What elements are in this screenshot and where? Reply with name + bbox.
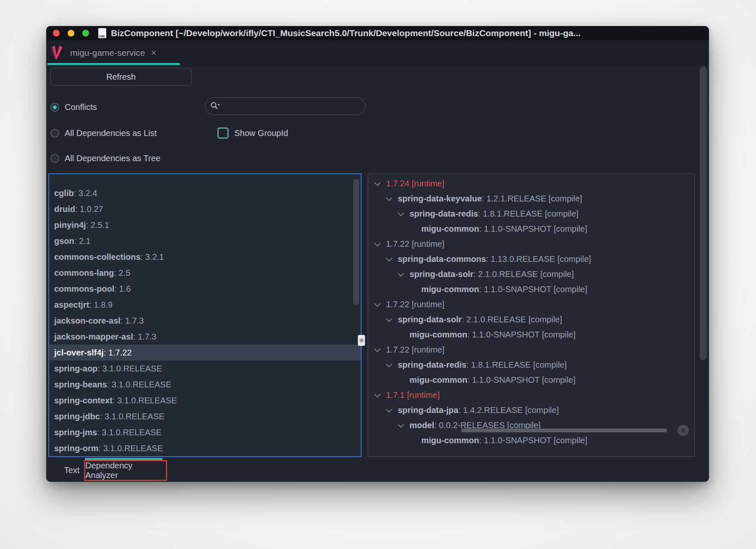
tree-version-node[interactable]: 1.7.22 [runtime] xyxy=(368,236,694,251)
tree-node[interactable]: migu-common : 1.1.0-SNAPSHOT [compile] xyxy=(368,372,694,387)
chevron-down-icon[interactable] xyxy=(375,243,386,246)
radio-tree-label: All Dependencies as Tree xyxy=(65,154,160,163)
tree-node[interactable]: migu-common : 1.1.0-SNAPSHOT [compile] xyxy=(368,433,694,448)
tree-node[interactable]: spring-data-solr : 2.1.0.RELEASE [compil… xyxy=(368,267,694,282)
maven-v-logo-icon xyxy=(50,45,63,60)
zoom-window-button[interactable] xyxy=(82,30,89,37)
refresh-button[interactable]: Refresh xyxy=(50,68,192,86)
show-groupid-label: Show GroupId xyxy=(234,128,288,138)
annotation-rectangle: Dependency Analyzer xyxy=(84,460,167,481)
app-window: XML BizComponent [~/Develop/work/ifly/CT… xyxy=(46,26,709,482)
close-tab-icon[interactable]: × xyxy=(151,49,157,57)
splitter-grip-icon xyxy=(360,338,364,342)
radio-all-dependencies-as-list[interactable]: All Dependencies as List xyxy=(50,128,157,139)
chevron-down-icon[interactable] xyxy=(387,197,398,200)
list-item[interactable]: druid : 1.0.27 xyxy=(49,201,361,217)
tree-version-node[interactable]: 1.7.1 [runtime] xyxy=(368,387,694,403)
list-item[interactable]: aspectjrt : 1.8.9 xyxy=(49,297,361,313)
list-item[interactable]: pinyin4j : 2.5.1 xyxy=(49,217,361,233)
tree-node[interactable]: migu-common : 1.1.0-SNAPSHOT [compile] xyxy=(368,327,694,342)
chevron-down-icon[interactable] xyxy=(399,424,410,427)
search-icon[interactable] xyxy=(210,101,221,111)
dependency-list-panel: cglib : 3.2.4druid : 1.0.27pinyin4j : 2.… xyxy=(48,173,362,457)
radio-conflicts-label: Conflicts xyxy=(65,102,97,112)
tree-node[interactable]: spring-data-jpa : 1.4.2.RELEASE [compile… xyxy=(368,403,694,418)
radio-all-dependencies-as-tree[interactable]: All Dependencies as Tree xyxy=(50,153,160,164)
close-window-button[interactable] xyxy=(53,30,60,37)
chevron-down-icon[interactable] xyxy=(375,182,386,185)
list-item[interactable]: commons-collections : 3.2.1 xyxy=(49,249,361,265)
tab-migu-game-service[interactable]: migu-game-service xyxy=(70,48,145,58)
tab-bar: migu-game-service × xyxy=(46,40,709,65)
list-item[interactable]: gson : 2.1 xyxy=(49,233,361,249)
traffic-lights xyxy=(53,30,89,37)
tree-version-node[interactable]: 1.7.22 [runtime] xyxy=(368,297,694,312)
list-item[interactable]: spring-jms : 3.1.0.RELEASE xyxy=(49,424,361,440)
radio-conflicts[interactable]: Conflicts xyxy=(50,102,97,112)
list-item[interactable]: jackson-core-asl : 1.7.3 xyxy=(49,313,361,329)
tab-dependency-analyzer[interactable]: Dependency Analyzer xyxy=(85,461,166,480)
chevron-down-icon[interactable] xyxy=(387,363,398,366)
radio-selected-icon[interactable] xyxy=(50,103,59,112)
list-item[interactable]: commons-pool : 1.6 xyxy=(49,281,361,297)
list-scrollbar-thumb[interactable] xyxy=(353,179,359,305)
tree-horizontal-scrollbar-thumb[interactable] xyxy=(461,429,667,432)
xml-file-icon-label: XML xyxy=(99,34,106,38)
chevron-down-icon[interactable] xyxy=(399,212,410,215)
chevron-down-icon[interactable] xyxy=(375,394,386,397)
list-item[interactable]: spring-orm : 3.1.0.RELEASE xyxy=(49,440,361,456)
tree-node[interactable]: spring-data-redis : 1.8.1.RELEASE [compi… xyxy=(368,206,694,221)
tree-node[interactable]: migu-common : 1.1.0-SNAPSHOT [compile] xyxy=(368,221,694,236)
window-scrollbar-thumb[interactable] xyxy=(700,66,707,360)
list-item[interactable]: spring-context : 3.1.0.RELEASE xyxy=(49,392,361,408)
radio-unselected-icon[interactable] xyxy=(50,129,59,138)
tree-version-node[interactable]: 1.7.24 [runtime] xyxy=(368,176,694,191)
chevron-down-icon[interactable] xyxy=(399,273,410,276)
tab-text[interactable]: Text xyxy=(58,463,86,478)
search-input[interactable] xyxy=(221,98,365,115)
chevron-down-icon[interactable] xyxy=(387,409,398,412)
chevron-down-icon[interactable] xyxy=(375,303,386,306)
splitter-handle[interactable] xyxy=(358,335,365,346)
list-item[interactable]: spring-aop : 3.1.0.RELEASE xyxy=(49,361,361,376)
radio-unselected-icon[interactable] xyxy=(50,154,59,163)
list-item[interactable]: jcl-over-slf4j : 1.7.22 xyxy=(49,345,361,361)
list-item[interactable]: cglib : 3.2.4 xyxy=(49,185,361,201)
tree-node[interactable]: spring-data-commons : 1.13.0.RELEASE [co… xyxy=(368,251,694,267)
xml-file-icon: XML xyxy=(98,28,106,38)
chevron-down-icon[interactable] xyxy=(387,318,398,321)
list-item[interactable]: commons-lang : 2.5 xyxy=(49,265,361,281)
search-box[interactable] xyxy=(205,97,365,115)
list-item[interactable]: jackson-mapper-asl : 1.7.3 xyxy=(49,329,361,345)
tree-node[interactable]: spring-data-keyvalue : 1.2.1.RELEASE [co… xyxy=(368,191,694,206)
conflict-tree: 1.7.24 [runtime]spring-data-keyvalue : 1… xyxy=(368,174,694,456)
tree-node[interactable]: migu-common : 1.1.0-SNAPSHOT [compile] xyxy=(368,282,694,297)
tree-node[interactable]: spring-data-redis : 1.8.1.RELEASE [compi… xyxy=(368,357,694,372)
tree-version-node[interactable]: 1.7.22 [runtime] xyxy=(368,342,694,357)
checkbox-icon[interactable] xyxy=(218,128,228,139)
conflict-tree-panel: 1.7.24 [runtime]spring-data-keyvalue : 1… xyxy=(368,173,695,457)
window-title: BizComponent [~/Develop/work/ifly/CTI_Mu… xyxy=(111,28,580,38)
show-groupid-option[interactable]: Show GroupId xyxy=(218,127,288,139)
tree-node[interactable]: spring-data-solr : 2.1.0.RELEASE [compil… xyxy=(368,312,694,327)
active-tab-indicator xyxy=(47,63,180,65)
dependency-list: cglib : 3.2.4druid : 1.0.27pinyin4j : 2.… xyxy=(49,174,361,456)
minimize-window-button[interactable] xyxy=(68,30,74,37)
chevron-down-icon[interactable] xyxy=(387,258,398,261)
radio-list-label: All Dependencies as List xyxy=(65,128,157,138)
list-item[interactable]: spring-beans : 3.1.0.RELEASE xyxy=(49,376,361,392)
chevron-down-icon[interactable] xyxy=(375,348,386,351)
titlebar[interactable]: XML BizComponent [~/Develop/work/ifly/CT… xyxy=(46,26,709,40)
dismiss-button[interactable]: × xyxy=(677,425,689,436)
list-item[interactable]: spring-jdbc : 3.1.0.RELEASE xyxy=(49,408,361,424)
